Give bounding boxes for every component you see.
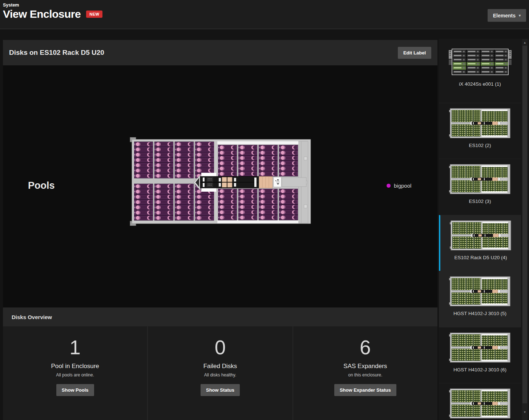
enclosure-list-item-3[interactable]: ES102 (3) bbox=[439, 159, 521, 215]
pool-color-dot bbox=[387, 184, 391, 188]
enclosure-top-thumbnail bbox=[449, 276, 512, 307]
enclosure-visualization: Pools bbox=[3, 65, 437, 307]
enclosure-top-thumbnail bbox=[449, 220, 512, 251]
pool-legend[interactable]: bigpool bbox=[387, 183, 411, 189]
breadcrumb[interactable]: System bbox=[3, 3, 19, 8]
enclosure-top-thumbnail bbox=[449, 108, 512, 139]
enclosure-card-header: Disks on ES102 Rack D5 U20 Edit Label bbox=[3, 40, 437, 65]
enclosure-item-label: ES102 (3) bbox=[439, 199, 521, 204]
show-pools-button[interactable]: Show Pools bbox=[56, 384, 94, 396]
pool-count-sublabel: All pools are online. bbox=[56, 372, 94, 378]
sidebar-scrollbar-thumb[interactable] bbox=[522, 46, 527, 403]
enclosure-selector-sidebar: iX 4024Ss e001 (1) ES102 (2) ES102 (3) E… bbox=[439, 39, 529, 420]
stat-card-pools: 1 Pool in Enclosure All pools are online… bbox=[3, 326, 147, 420]
show-expander-status-button[interactable]: Show Expander Status bbox=[334, 384, 396, 396]
enclosure-top-thumbnail bbox=[449, 332, 512, 363]
enclosure-list-item-4-selected[interactable]: ES102 Rack D5 U20 (4) bbox=[439, 215, 521, 271]
enclosure-item-label: iX 4024Ss e001 (1) bbox=[439, 81, 521, 87]
scroll-down-icon[interactable]: ▼ bbox=[522, 409, 528, 415]
edit-label-button[interactable]: Edit Label bbox=[398, 47, 431, 59]
disks-overview-stats: 1 Pool in Enclosure All pools are online… bbox=[3, 326, 437, 420]
elements-dropdown-button[interactable]: Elements ▾ bbox=[488, 9, 526, 22]
enclosure-list-item-6[interactable]: HGST H4102-J 3010 (6) bbox=[439, 327, 521, 383]
page-title: View Enclosure bbox=[3, 8, 81, 20]
new-badge: NEW bbox=[86, 11, 102, 18]
pool-count-label: Pool in Enclosure bbox=[51, 363, 99, 370]
enclosure-top-thumbnail bbox=[449, 388, 512, 419]
enclosure-item-label: HGST H4102-J 3010 (6) bbox=[439, 367, 521, 372]
enclosure-card-title: Disks on ES102 Rack D5 U20 bbox=[9, 49, 398, 57]
enclosure-front-thumbnail bbox=[449, 46, 512, 77]
enclosure-card: Disks on ES102 Rack D5 U20 Edit Label Po… bbox=[3, 40, 437, 420]
enclosure-list-item-7[interactable]: HGST H4102-J 3010 (7) bbox=[439, 383, 521, 420]
pool-name: bigpool bbox=[394, 183, 411, 189]
scroll-up-icon[interactable]: ▲ bbox=[522, 40, 528, 45]
sidebar-scrollbar[interactable]: ▲ ▼ bbox=[522, 39, 528, 420]
enclosure-item-label: HGST H4102-J 3010 (5) bbox=[439, 311, 521, 316]
enclosure-list-item-1[interactable]: iX 4024Ss e001 (1) bbox=[439, 46, 521, 103]
enclosure-list-item-5[interactable]: HGST H4102-J 3010 (5) bbox=[439, 271, 521, 327]
enclosure-top-view-graphic[interactable] bbox=[129, 137, 312, 226]
view-enclosure-page: System View Enclosure NEW Elements ▾ Dis… bbox=[0, 0, 529, 420]
elements-button-label: Elements bbox=[493, 13, 516, 19]
enclosure-list-item-2[interactable]: ES102 (2) bbox=[439, 103, 521, 159]
failed-disk-sublabel: All disks healthy. bbox=[204, 372, 236, 378]
disks-overview-title: Disks Overview bbox=[12, 314, 52, 320]
content-area: Disks on ES102 Rack D5 U20 Edit Label Po… bbox=[0, 29, 529, 420]
sas-expander-sublabel: on this enclosure. bbox=[348, 372, 382, 378]
enclosure-top-thumbnail bbox=[449, 164, 512, 195]
pool-count: 1 bbox=[69, 337, 81, 358]
enclosure-item-label: ES102 Rack D5 U20 (4) bbox=[440, 255, 521, 260]
pools-label: Pools bbox=[28, 180, 55, 191]
sas-expander-count: 6 bbox=[360, 337, 371, 358]
stat-card-sas-expanders: 6 SAS Expanders on this enclosure. Show … bbox=[293, 326, 437, 420]
chevron-down-icon: ▾ bbox=[519, 13, 521, 17]
stat-card-failed-disks: 0 Failed Disks All disks healthy. Show S… bbox=[148, 326, 292, 420]
show-status-button[interactable]: Show Status bbox=[201, 384, 240, 396]
enclosure-list: iX 4024Ss e001 (1) ES102 (2) ES102 (3) E… bbox=[439, 39, 521, 420]
failed-disk-count: 0 bbox=[215, 337, 226, 358]
sas-expander-label: SAS Expanders bbox=[343, 363, 387, 370]
enclosure-item-label: ES102 (2) bbox=[439, 143, 521, 148]
page-header: System View Enclosure NEW Elements ▾ bbox=[0, 0, 529, 29]
failed-disk-label: Failed Disks bbox=[203, 363, 237, 370]
disks-overview-header: Disks Overview bbox=[3, 307, 437, 326]
